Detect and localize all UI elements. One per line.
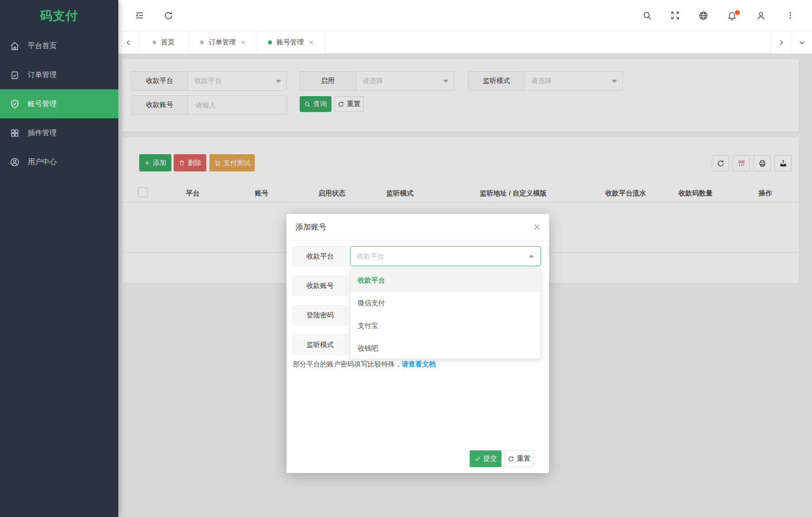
caret-up-icon bbox=[529, 254, 534, 258]
tab-account-management[interactable]: 账号管理 bbox=[258, 31, 325, 54]
tab-label: 订单管理 bbox=[209, 38, 236, 47]
grid-icon bbox=[10, 128, 19, 138]
clipboard-icon bbox=[10, 70, 19, 80]
home-icon bbox=[10, 41, 19, 51]
modal-account-label: 收款账号 bbox=[293, 276, 347, 296]
person-icon bbox=[756, 11, 766, 20]
tabs-scroll-left-button[interactable] bbox=[118, 31, 138, 54]
app-window: 码支付 平台首页 订单管理 账号管理 插件管理 用户中心 bbox=[0, 0, 812, 517]
submit-button-label: 提交 bbox=[483, 454, 497, 463]
sidebar-item-label: 插件管理 bbox=[28, 128, 57, 138]
tab-label: 首页 bbox=[161, 38, 175, 47]
app-logo: 码支付 bbox=[0, 0, 118, 31]
dropdown-option-alipay[interactable]: 支付宝 bbox=[350, 314, 540, 337]
refresh-icon bbox=[164, 11, 173, 20]
tabs-scroll-right-button[interactable] bbox=[770, 31, 791, 54]
platform-dropdown: 收款平台 微信支付 支付宝 收钱吧 bbox=[350, 268, 541, 359]
dropdown-option-shouqianba[interactable]: 收钱吧 bbox=[350, 337, 540, 359]
shield-check-icon bbox=[10, 99, 19, 109]
modal-submit-button[interactable]: 提交 bbox=[470, 450, 501, 467]
select-placeholder: 收款平台 bbox=[357, 252, 384, 261]
tab-status-dot bbox=[152, 40, 156, 44]
tab-label: 账号管理 bbox=[277, 38, 304, 47]
modal-reset-label: 重置 bbox=[517, 454, 530, 463]
sidebar-item-label: 订单管理 bbox=[28, 70, 57, 80]
notifications-button[interactable] bbox=[723, 6, 741, 24]
tabs-menu-button[interactable] bbox=[791, 31, 812, 54]
chevron-left-icon bbox=[124, 39, 132, 47]
tab-close-button[interactable] bbox=[240, 39, 246, 45]
modal-password-label: 登陆密码 bbox=[293, 305, 347, 325]
sidebar-item-platform-home[interactable]: 平台首页 bbox=[0, 31, 118, 60]
sidebar-item-order-management[interactable]: 订单管理 bbox=[0, 60, 118, 89]
tab-status-dot bbox=[200, 40, 204, 44]
globe-icon bbox=[699, 11, 708, 20]
sidebar-item-account-management[interactable]: 账号管理 bbox=[0, 89, 118, 118]
dropdown-option-platform[interactable]: 收款平台 bbox=[350, 269, 540, 292]
more-menu-button[interactable] bbox=[781, 6, 799, 24]
top-header bbox=[118, 0, 812, 31]
tab-close-button[interactable] bbox=[308, 39, 314, 45]
modal-platform-select[interactable]: 收款平台 bbox=[350, 246, 541, 266]
note-text: 部分平台的账户密码填写比较特殊， bbox=[293, 360, 402, 368]
dropdown-option-wechat-pay[interactable]: 微信支付 bbox=[350, 292, 540, 314]
docs-link[interactable]: 请查看文档 bbox=[402, 360, 436, 368]
tab-home[interactable]: 首页 bbox=[138, 31, 189, 54]
content-area: 收款平台 收款平台 启用 请选择 监听模式 请选择 bbox=[118, 54, 812, 517]
modal-platform-label: 收款平台 bbox=[293, 246, 347, 266]
sidebar-nav: 平台首页 订单管理 账号管理 插件管理 用户中心 bbox=[0, 31, 118, 176]
tab-order-management[interactable]: 订单管理 bbox=[189, 31, 258, 54]
modal-listen-mode-label: 监听模式 bbox=[293, 335, 347, 355]
search-icon bbox=[642, 11, 652, 20]
language-button[interactable] bbox=[694, 6, 712, 24]
account-button[interactable] bbox=[752, 6, 770, 24]
sidebar-item-label: 账号管理 bbox=[28, 99, 57, 109]
chevron-right-icon bbox=[777, 39, 785, 47]
modal-close-button[interactable] bbox=[533, 223, 541, 231]
sidebar-item-label: 用户中心 bbox=[28, 157, 57, 167]
check-icon bbox=[474, 456, 481, 462]
modal-reset-button[interactable]: 重置 bbox=[505, 450, 534, 467]
refresh-icon bbox=[508, 456, 514, 462]
sidebar-item-label: 平台首页 bbox=[28, 41, 57, 51]
tab-status-dot bbox=[268, 40, 272, 44]
modal-note: 部分平台的账户密码填写比较特殊，请查看文档 bbox=[293, 360, 436, 369]
close-icon bbox=[308, 39, 314, 45]
collapse-menu-button[interactable] bbox=[131, 6, 149, 24]
close-icon bbox=[533, 223, 541, 231]
modal-title: 添加账号 bbox=[296, 222, 533, 232]
fullscreen-icon bbox=[671, 11, 680, 20]
chevron-down-icon bbox=[798, 39, 806, 47]
fullscreen-button[interactable] bbox=[666, 6, 684, 24]
user-circle-icon bbox=[10, 157, 19, 167]
search-button[interactable] bbox=[638, 6, 656, 24]
sidebar-item-user-center[interactable]: 用户中心 bbox=[0, 147, 118, 176]
close-icon bbox=[240, 39, 246, 45]
kebab-menu-icon bbox=[786, 11, 795, 20]
notification-badge bbox=[735, 10, 740, 15]
sidebar: 码支付 平台首页 订单管理 账号管理 插件管理 用户中心 bbox=[0, 0, 118, 517]
add-account-modal: 添加账号 收款平台 收款平台 收款账号 登陆密码 监听模式 收款平台 微信支付 bbox=[287, 214, 549, 473]
modal-header: 添加账号 bbox=[287, 214, 549, 240]
refresh-page-button[interactable] bbox=[159, 6, 177, 24]
tab-bar: 首页 订单管理 账号管理 bbox=[118, 31, 812, 54]
menu-fold-icon bbox=[135, 10, 145, 20]
sidebar-item-plugin-management[interactable]: 插件管理 bbox=[0, 118, 118, 147]
